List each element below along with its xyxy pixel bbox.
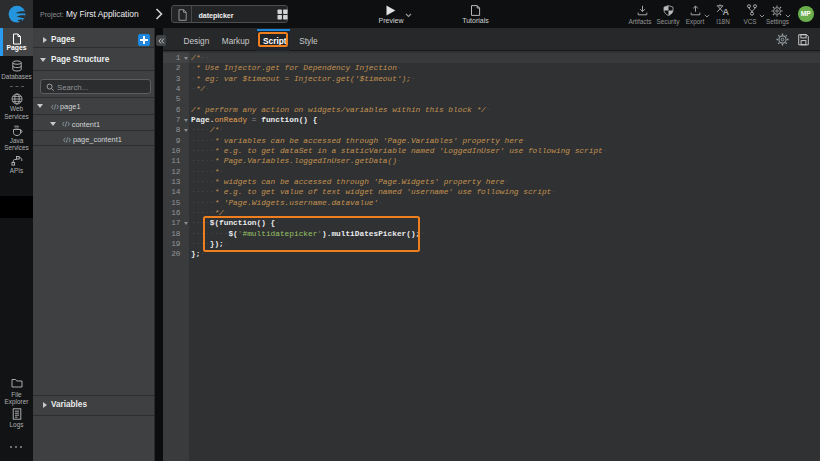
svg-text:A: A [723,7,729,16]
